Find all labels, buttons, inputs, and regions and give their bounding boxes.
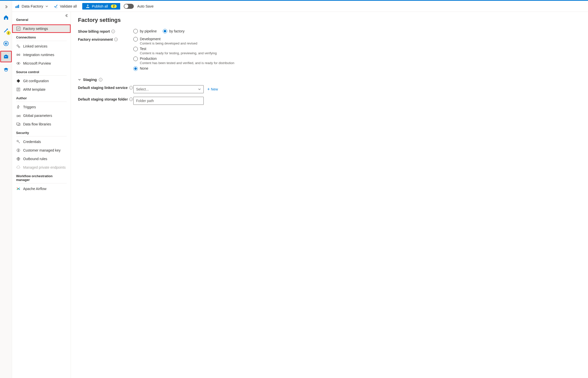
data-factory-icon bbox=[15, 4, 20, 9]
nav-integration-runtimes[interactable]: Integration runtimes bbox=[12, 51, 71, 59]
check-icon bbox=[54, 4, 58, 8]
svg-rect-6 bbox=[16, 6, 17, 8]
svg-rect-2 bbox=[4, 55, 8, 58]
radio-env-none[interactable]: None bbox=[133, 66, 581, 71]
credentials-icon bbox=[16, 139, 21, 144]
svg-rect-9 bbox=[17, 27, 20, 30]
radio-by-pipeline[interactable]: by pipeline bbox=[133, 29, 157, 33]
nav-triggers[interactable]: Triggers bbox=[12, 103, 71, 111]
top-toolbar: Data Factory Validate all Publish all 2 … bbox=[12, 1, 588, 12]
radio-by-factory[interactable]: by factory bbox=[163, 29, 185, 33]
rail-learn[interactable] bbox=[1, 64, 12, 75]
staging-linked-service-label: Default staging linked service i bbox=[78, 85, 133, 90]
section-connections: Connections bbox=[12, 33, 71, 41]
collapse-sidebar-button[interactable] bbox=[65, 14, 69, 17]
factory-settings-icon bbox=[16, 26, 21, 31]
staging-section-header[interactable]: Staging i bbox=[78, 77, 581, 82]
chevron-down-icon bbox=[198, 88, 201, 91]
info-icon[interactable]: i bbox=[129, 98, 133, 101]
section-author: Author bbox=[12, 94, 71, 102]
outbound-rules-icon bbox=[16, 157, 21, 161]
svg-rect-18 bbox=[17, 123, 19, 125]
section-workflow-orchestration: Workflow orchestration manager bbox=[12, 172, 71, 183]
svg-rect-8 bbox=[18, 5, 19, 8]
key-icon bbox=[16, 148, 21, 153]
arm-template-icon bbox=[16, 87, 21, 92]
content-area: Factory settings Show billing report i b… bbox=[71, 12, 588, 378]
chevron-down-icon bbox=[78, 78, 81, 81]
integration-runtimes-icon bbox=[16, 53, 21, 57]
brand-text: Data Factory bbox=[22, 4, 43, 8]
nav-credentials[interactable]: Credentials bbox=[12, 137, 71, 146]
nav-linked-services[interactable]: Linked services bbox=[12, 42, 71, 51]
svg-point-21 bbox=[18, 150, 19, 150]
svg-rect-13 bbox=[19, 54, 20, 56]
info-icon[interactable]: i bbox=[99, 78, 102, 81]
autosave-toggle[interactable] bbox=[124, 4, 134, 9]
nav-factory-settings[interactable]: Factory settings bbox=[12, 24, 71, 33]
cloud-icon bbox=[16, 165, 21, 170]
left-icon-rail: 2 bbox=[0, 1, 12, 378]
section-general: General bbox=[12, 15, 71, 23]
autosave-label: Auto Save bbox=[137, 4, 154, 8]
svg-rect-7 bbox=[17, 6, 18, 8]
publish-all-button[interactable]: Publish all 2 bbox=[82, 3, 120, 10]
airflow-icon bbox=[16, 186, 21, 191]
data-flow-libraries-icon bbox=[16, 122, 21, 126]
validate-all-button[interactable]: Validate all bbox=[52, 3, 79, 9]
radio-env-test[interactable]: Test Content is ready for testing, previ… bbox=[133, 47, 581, 55]
nav-outbound-rules[interactable]: Outbound rules bbox=[12, 155, 71, 163]
rail-manage[interactable] bbox=[1, 51, 12, 62]
nav-customer-managed-key[interactable]: Customer managed key bbox=[12, 146, 71, 155]
plus-icon: + bbox=[207, 87, 210, 92]
svg-rect-3 bbox=[5, 55, 7, 56]
rail-monitor[interactable] bbox=[1, 38, 12, 49]
section-source-control: Source control bbox=[12, 68, 71, 75]
radio-env-production[interactable]: Production Content has been tested and v… bbox=[133, 57, 581, 65]
purview-icon bbox=[16, 61, 21, 66]
new-linked-service-button[interactable]: + New bbox=[207, 87, 218, 92]
svg-point-15 bbox=[18, 63, 19, 64]
staging-folder-input[interactable] bbox=[133, 97, 204, 105]
rail-author[interactable]: 2 bbox=[1, 25, 12, 36]
rail-author-badge: 2 bbox=[7, 31, 11, 35]
triggers-icon bbox=[16, 105, 21, 109]
settings-sidebar: General Factory settings Connections Lin… bbox=[12, 12, 71, 378]
svg-text:{@}: {@} bbox=[17, 115, 20, 117]
linked-services-icon bbox=[16, 44, 21, 49]
info-icon[interactable]: i bbox=[111, 30, 115, 33]
info-icon[interactable]: i bbox=[129, 86, 133, 89]
staging-folder-label: Default staging storage folder i bbox=[78, 97, 133, 101]
chevron-down-icon[interactable] bbox=[45, 5, 48, 8]
expand-rail-button[interactable] bbox=[2, 3, 10, 11]
nav-global-parameters[interactable]: {@} Global parameters bbox=[12, 111, 71, 120]
section-security: Security bbox=[12, 128, 71, 136]
nav-airflow[interactable]: Apache Airflow bbox=[12, 184, 71, 193]
environment-label: Factory environment i bbox=[78, 37, 133, 41]
svg-point-5 bbox=[5, 56, 6, 57]
nav-data-flow-libraries[interactable]: Data flow libraries bbox=[12, 120, 71, 128]
svg-rect-12 bbox=[17, 54, 18, 56]
brand-label[interactable]: Data Factory bbox=[15, 4, 48, 9]
billing-label: Show billing report i bbox=[78, 29, 133, 33]
nav-git-config[interactable]: Git configuration bbox=[12, 77, 71, 85]
nav-managed-private-endpoints: Managed private endpoints bbox=[12, 163, 71, 172]
nav-arm-template[interactable]: ARM template bbox=[12, 85, 71, 94]
nav-purview[interactable]: Microsoft Purview bbox=[12, 59, 71, 68]
page-title: Factory settings bbox=[78, 17, 581, 23]
publish-count-badge: 2 bbox=[111, 5, 117, 8]
staging-linked-service-select[interactable]: Select... bbox=[133, 85, 204, 93]
rail-home[interactable] bbox=[1, 12, 12, 23]
radio-env-development[interactable]: Development Content is being developed a… bbox=[133, 37, 581, 45]
git-icon bbox=[16, 79, 21, 83]
info-icon[interactable]: i bbox=[114, 38, 118, 41]
global-parameters-icon: {@} bbox=[16, 113, 21, 118]
publish-icon bbox=[86, 4, 90, 8]
